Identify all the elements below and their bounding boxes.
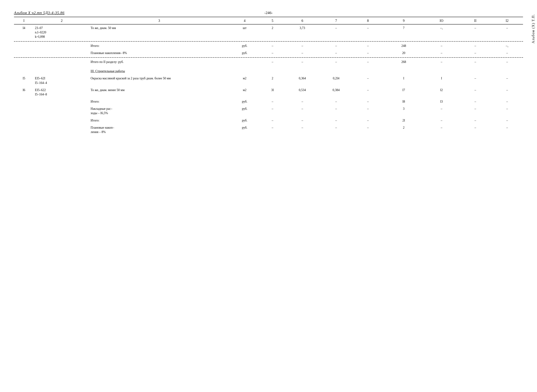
- section-title: III. Строительные работы: [91, 69, 125, 73]
- p2v12: –: [491, 124, 523, 136]
- ov7: –: [320, 105, 352, 117]
- col-header-7: 7: [320, 17, 352, 24]
- pv5: –: [261, 49, 285, 57]
- right-vertical-label: Альбом (X) Т.П.: [531, 14, 535, 43]
- row-code-i5: EI5–62I I5–164–4: [34, 75, 90, 86]
- pv6: –: [285, 49, 320, 57]
- row-val11: –: [459, 24, 491, 41]
- v8: –: [352, 42, 384, 49]
- label-itogo: Итого:: [89, 42, 229, 49]
- row-unit: шт: [229, 24, 261, 41]
- iv6: –: [285, 98, 320, 105]
- label-itogo-i6: Итого:: [89, 98, 229, 105]
- unit-plan-2: руб.: [229, 124, 261, 136]
- pv11: –: [459, 49, 491, 57]
- row-v6-i5: 0,364: [285, 75, 320, 86]
- overhead-row: Накладные рас– ходы – I6,5% руб. – – – –…: [14, 105, 523, 117]
- v9: 248: [384, 42, 424, 49]
- row-v10-i5: I: [424, 75, 459, 86]
- t2v7: –: [320, 117, 352, 124]
- row-val7: –: [320, 24, 352, 41]
- t2v11: –: [459, 117, 491, 124]
- iv5: –: [261, 98, 285, 105]
- pv8: –: [352, 49, 384, 57]
- total-section-row: Итого по II разделу: руб. – – – – 268 – …: [14, 58, 523, 65]
- row-val6: 3,73: [285, 24, 320, 41]
- pv9: 20: [384, 49, 424, 57]
- row-desc-i6: То же, диам. менее 50 мм: [89, 87, 229, 98]
- main-table: I 2 3 4 5 6 7 8 9 IO II I2 I4 23–07 n.I–…: [14, 17, 523, 136]
- iv10: I3: [424, 98, 459, 105]
- unit-overhead: руб.: [229, 105, 261, 117]
- row-val10: –‚: [424, 24, 459, 41]
- row-qty-i6: 3I: [261, 87, 285, 98]
- row-desc: То же, диам. 50 мм: [89, 24, 229, 41]
- table-row: I5 EI5–62I I5–164–4 Окраска масляной кра…: [14, 75, 523, 86]
- row-val9: 7: [384, 24, 424, 41]
- ts6: –: [285, 58, 320, 65]
- col-header-4: 4: [229, 17, 261, 24]
- v7: –: [320, 42, 352, 49]
- row-unit-i5: м2: [229, 75, 261, 86]
- col-header-10: IO: [424, 17, 459, 24]
- table-row: I6 EI5–622 I5–164–8 То же, диам. менее 5…: [14, 87, 523, 98]
- row-v6-i6: 0,534: [285, 87, 320, 98]
- ov12: –: [491, 105, 523, 117]
- pv12: –: [491, 49, 523, 57]
- row-id-i5: I5: [14, 75, 34, 86]
- col-header-12: I2: [491, 17, 523, 24]
- row-val8: –: [352, 24, 384, 41]
- unit-itogo: руб.: [229, 42, 261, 49]
- total-row: Итого: руб. – – – – 248 – – –‚: [14, 42, 523, 49]
- p2v6: –: [285, 124, 320, 136]
- t2v9: 2I: [384, 117, 424, 124]
- col-header-8: 8: [352, 17, 384, 24]
- p2v11: –: [459, 124, 491, 136]
- p2v5: –: [261, 124, 285, 136]
- iv11: –: [459, 98, 491, 105]
- v12: –‚: [491, 42, 523, 49]
- ts5: –: [261, 58, 285, 65]
- t2v8: –: [352, 117, 384, 124]
- ts7: –: [320, 58, 352, 65]
- v6: –: [285, 42, 320, 49]
- total-row-i6: Итого: руб. – – – – I8 I3 – –: [14, 98, 523, 105]
- iv9: I8: [384, 98, 424, 105]
- p2v10: –: [424, 124, 459, 136]
- col-header-9: 9: [384, 17, 424, 24]
- col-header-1: I: [14, 17, 34, 24]
- label-plan-2: Плановые накоп– ления – 8%: [89, 124, 229, 136]
- t2v5: –: [261, 117, 285, 124]
- plan-row: Плановые накопления– 8% руб. – – – – 20 …: [14, 49, 523, 57]
- col-header-6: 6: [285, 17, 320, 24]
- row-val12: –: [491, 24, 523, 41]
- row-v12-i6: –: [491, 87, 523, 98]
- p2v7: –: [320, 124, 352, 136]
- p2v9: 2: [384, 124, 424, 136]
- ts9: 268: [384, 58, 424, 65]
- iv8: –: [352, 98, 384, 105]
- v11: –: [459, 42, 491, 49]
- row-v9-i6: I7: [384, 87, 424, 98]
- label-overhead: Накладные рас– ходы – I6,5%: [89, 105, 229, 117]
- ts11: –: [459, 58, 491, 65]
- t2v6: –: [285, 117, 320, 124]
- total-row-2: Итого: руб. – – – – 2I – – –: [14, 117, 523, 124]
- row-qty: 2: [261, 24, 285, 41]
- row-v8-i5: –: [352, 75, 384, 86]
- row-code: 23–07 n.I–0220 k=I,098: [34, 24, 90, 41]
- page-number: -246-: [264, 10, 273, 15]
- pv7: –: [320, 49, 352, 57]
- v5: –: [261, 42, 285, 49]
- row-desc-i5: Окраска масляной краской за 2 раза труб …: [89, 75, 229, 86]
- dashed-separator-row-2: [14, 57, 523, 58]
- row-v12-i5: –: [491, 75, 523, 86]
- ts8: –: [352, 58, 384, 65]
- label-itogo-2: Итого:: [89, 117, 229, 124]
- row-v8-i6: –: [352, 87, 384, 98]
- p2v8: –: [352, 124, 384, 136]
- ov5: –: [261, 105, 285, 117]
- ts10: –: [424, 58, 459, 65]
- row-v10-i6: I2: [424, 87, 459, 98]
- pv10: –: [424, 49, 459, 57]
